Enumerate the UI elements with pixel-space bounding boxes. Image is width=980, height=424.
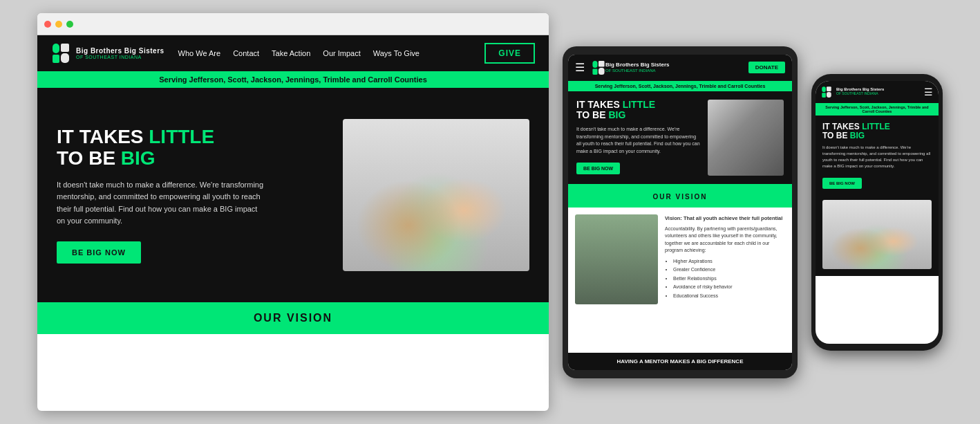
tablet-vision-bar: OUR VISION (568, 184, 792, 208)
mobile-hero-description: It doesn't take much to make a differenc… (822, 145, 932, 169)
desktop-vision-bar: OUR VISION (37, 302, 549, 334)
desktop-vision-title: OUR VISION (254, 312, 332, 324)
tablet-hero-image (708, 100, 784, 176)
tablet-banner: Serving Jefferson, Scott, Jackson, Jenni… (568, 81, 792, 91)
tablet-logo-text: Big Brothers Big Sisters OF SOUTHEAST IN… (605, 62, 748, 73)
desktop-hero: IT TAKES LITTLE TO BE BIG It doesn't tak… (37, 88, 549, 302)
tablet-bottom-text: HAVING A MENTOR MAKES A BIG DIFFERENCE (568, 353, 792, 370)
mobile-banner: Serving Jefferson, Scott, Jackson, Jenni… (816, 103, 939, 116)
list-item: Higher Aspirations (673, 258, 785, 266)
bbbs-logo-icon (51, 42, 70, 64)
svg-rect-10 (827, 86, 831, 91)
mobile-hero-title: IT TAKES LITTLE TO BE BIG (822, 122, 932, 140)
mobile-hamburger-icon[interactable]: ☰ (924, 86, 933, 98)
tablet-bullet-list: Higher Aspirations Greater Confidence Be… (665, 258, 785, 300)
tablet-hero-description: It doesn't take much to make a differenc… (576, 126, 701, 155)
svg-rect-11 (827, 92, 831, 98)
tablet-nav: ☰ Big Brothers Big Sisters OF SOUTHEAST … (568, 55, 792, 81)
desktop-logo-area[interactable]: Big Brothers Big Sisters OF SOUTHEAST IN… (51, 42, 164, 64)
list-item: Better Relationships (673, 275, 785, 283)
svg-rect-2 (61, 44, 69, 52)
list-item: Greater Confidence (673, 266, 785, 274)
desktop-browser: Big Brothers Big Sisters OF SOUTHEAST IN… (37, 13, 549, 411)
tablet-donate-button[interactable]: DONATE (748, 62, 785, 73)
hero-title-line1: IT TAKES LITTLE (57, 126, 214, 147)
mobile-logo-icon (821, 86, 832, 98)
mobile-device: Big Brothers Big Sisters OF SOUTHEAST IN… (811, 74, 943, 351)
svg-rect-6 (599, 61, 605, 67)
desktop-be-big-now-button[interactable]: BE BIG NOW (57, 241, 141, 264)
logo-main-text: Big Brothers Big Sisters (76, 47, 164, 55)
svg-rect-7 (599, 68, 605, 75)
tablet-accountability-text: Accountability. By partnering with paren… (665, 225, 785, 255)
desktop-logo-text: Big Brothers Big Sisters OF SOUTHEAST IN… (76, 47, 164, 60)
tablet-vision-heading: Vision: That all youth achieve their ful… (665, 214, 785, 222)
svg-rect-5 (592, 68, 597, 75)
tablet-vision-image (575, 214, 658, 304)
tablet-hero: IT TAKES LITTLE TO BE BIG It doesn't tak… (568, 91, 792, 184)
tablet-vision-title: OUR VISION (653, 193, 708, 201)
list-item: Avoidance of risky behavior (673, 284, 785, 291)
list-item: Educational Success (673, 293, 785, 300)
desktop-hero-image (343, 119, 529, 271)
logo-sub-text: OF SOUTHEAST INDIANA (76, 55, 164, 60)
svg-rect-3 (61, 53, 69, 63)
desktop-nav: Big Brothers Big Sisters OF SOUTHEAST IN… (37, 35, 549, 71)
tablet-screen: ☰ Big Brothers Big Sisters OF SOUTHEAST … (568, 55, 792, 370)
desktop-hero-text: IT TAKES LITTLE TO BE BIG It doesn't tak… (57, 127, 329, 264)
mobile-logo-text: Big Brothers Big Sisters OF SOUTHEAST IN… (836, 87, 920, 95)
tablet-vision-text: Vision: That all youth achieve their ful… (665, 214, 785, 346)
browser-close-dot[interactable] (44, 21, 51, 28)
nav-take-action[interactable]: Take Action (272, 49, 310, 57)
desktop-serving-banner: Serving Jefferson, Scott, Jackson, Jenni… (37, 71, 549, 88)
tablet-logo-icon (592, 59, 605, 76)
browser-minimize-dot[interactable] (55, 21, 62, 28)
tablet-hamburger-icon[interactable]: ☰ (575, 61, 585, 74)
mobile-be-big-now-button[interactable]: BE BIG NOW (822, 178, 862, 189)
mobile-screen: Big Brothers Big Sisters OF SOUTHEAST IN… (816, 81, 939, 344)
mobile-hero-image (822, 200, 932, 269)
browser-maximize-dot[interactable] (66, 21, 73, 28)
nav-contact[interactable]: Contact (233, 49, 259, 57)
svg-rect-4 (592, 61, 597, 68)
svg-rect-0 (53, 44, 59, 53)
svg-rect-8 (822, 86, 826, 92)
nav-ways-to-give[interactable]: Ways To Give (373, 49, 420, 57)
tablet-be-big-now-button[interactable]: BE BIG NOW (576, 163, 620, 174)
tablet-hero-title: IT TAKES LITTLE TO BE BIG (576, 100, 701, 121)
hero-title-line2: TO BE BIG (57, 147, 156, 169)
nav-who-we-are[interactable]: Who We Are (178, 49, 221, 57)
desktop-hero-title: IT TAKES LITTLE TO BE BIG (57, 127, 329, 169)
svg-rect-1 (53, 55, 59, 63)
desktop-site-content: Big Brothers Big Sisters OF SOUTHEAST IN… (37, 35, 549, 411)
mobile-nav: Big Brothers Big Sisters OF SOUTHEAST IN… (816, 81, 939, 103)
give-button[interactable]: GIVE (484, 43, 535, 64)
svg-rect-9 (822, 93, 826, 98)
nav-our-impact[interactable]: Our Impact (323, 49, 360, 57)
tablet-device: ☰ Big Brothers Big Sisters OF SOUTHEAST … (563, 46, 798, 378)
browser-chrome (37, 13, 549, 35)
desktop-nav-links: Who We Are Contact Take Action Our Impac… (178, 49, 485, 57)
desktop-hero-description: It doesn't take much to make a differenc… (57, 179, 264, 228)
tablet-vision-section: Vision: That all youth achieve their ful… (568, 208, 792, 353)
tablet-hero-text: IT TAKES LITTLE TO BE BIG It doesn't tak… (576, 100, 701, 175)
mobile-hero: IT TAKES LITTLE TO BE BIG It doesn't tak… (816, 116, 939, 276)
